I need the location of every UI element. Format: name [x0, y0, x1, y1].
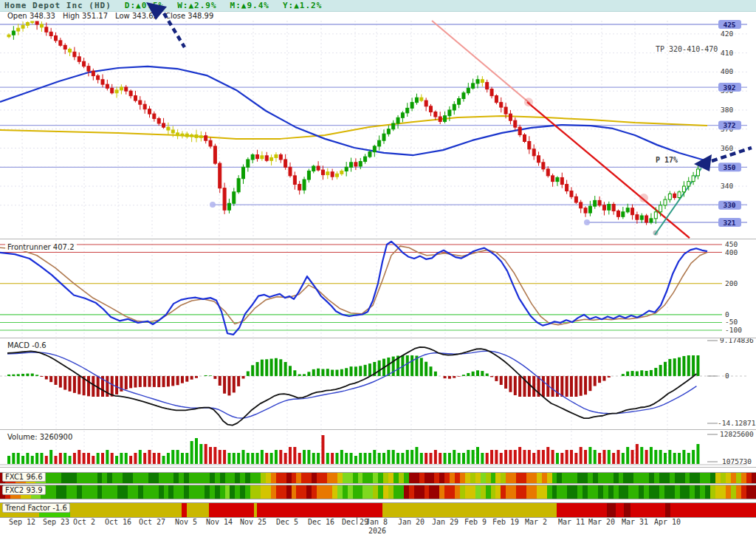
- panel-separator: [0, 467, 756, 468]
- date-tick-label: Oct 27: [139, 518, 165, 526]
- date-tick-label: Mar 2: [525, 518, 547, 526]
- svg-text:200: 200: [725, 279, 738, 287]
- ohlc-item: Close 348.99: [165, 12, 213, 20]
- frontrunner-chart[interactable]: 4504002000-50-100: [0, 239, 756, 338]
- price-chart[interactable]: 4204104003903803703603404253923723503303…: [0, 20, 756, 239]
- ohlc-item: Low 343.62: [115, 12, 158, 20]
- date-tick-label: Dec 5: [276, 518, 298, 526]
- fxc1-heatmap[interactable]: [0, 472, 756, 484]
- svg-text:410: 410: [721, 49, 733, 57]
- svg-text:372: 372: [723, 121, 735, 129]
- fxc1-label: FXC1 96.6: [2, 472, 46, 482]
- svg-text:0: 0: [725, 310, 729, 318]
- svg-text:1075730: 1075730: [722, 457, 752, 465]
- date-tick-label: Dec 29: [342, 518, 368, 526]
- date-tick-label: Oct 16: [105, 518, 131, 526]
- date-tick-label: Feb 19: [492, 518, 519, 526]
- date-tick-label: Mar 31: [622, 518, 648, 526]
- volume-label: Volume: 3260900: [5, 433, 75, 441]
- svg-text:380: 380: [721, 106, 733, 114]
- macd-label: MACD -0.6: [5, 341, 49, 349]
- volume-chart[interactable]: 128256001075730: [0, 430, 756, 467]
- date-tick-label: Nov 25: [240, 518, 267, 526]
- trend-factor-label: Trend Factor -1.6: [2, 503, 70, 513]
- svg-text:400: 400: [725, 248, 738, 256]
- svg-text:350: 350: [723, 163, 735, 171]
- year-label: 2026: [368, 527, 386, 535]
- date-tick-label: Mar 11: [558, 518, 585, 526]
- trend-factor-bar[interactable]: [0, 502, 756, 518]
- fxc2-label: FXC2 93.9: [2, 485, 46, 495]
- date-axis: 2026 Sep 12Sep 23Oct 2Oct 16Oct 27Nov 5N…: [0, 516, 756, 543]
- pullback-annotation: P 17%: [656, 156, 678, 164]
- svg-text:392: 392: [723, 83, 735, 92]
- svg-text:450: 450: [725, 240, 738, 248]
- date-tick-label: Sep 12: [9, 518, 35, 526]
- svg-text:360: 360: [721, 144, 733, 152]
- symbol-title: Home Depot Inc (HD): [4, 1, 111, 10]
- date-tick-label: Apr 10: [654, 518, 681, 526]
- svg-text:420: 420: [721, 30, 733, 38]
- fxc2-heatmap[interactable]: [0, 485, 756, 499]
- svg-text:425: 425: [723, 21, 735, 29]
- date-tick-label: Nov 14: [206, 518, 233, 526]
- date-tick-label: Jan 29: [432, 518, 458, 526]
- svg-text:9.174836: 9.174836: [720, 338, 754, 344]
- svg-text:0: 0: [725, 372, 729, 380]
- date-tick-label: Dec 16: [308, 518, 334, 526]
- svg-text:400: 400: [721, 67, 733, 75]
- title-bar: Home Depot Inc (HD) D:▲0.5%W:▲2.9%M:▲9.4…: [0, 0, 756, 12]
- svg-text:-100: -100: [725, 326, 742, 334]
- svg-text:330: 330: [723, 201, 735, 209]
- ohlc-item: Open 348.33: [7, 12, 55, 20]
- date-tick-label: Feb 9: [464, 518, 487, 526]
- date-tick-label: Sep 23: [43, 518, 69, 526]
- date-tick-label: Jan 20: [398, 518, 425, 526]
- date-tick-label: Jan 8: [365, 518, 388, 526]
- ohlc-item: High 351.17: [63, 12, 108, 20]
- date-tick-label: Nov 5: [175, 518, 197, 526]
- chart-window: Home Depot Inc (HD) D:▲0.5%W:▲2.9%M:▲9.4…: [0, 0, 756, 543]
- perf-stats: D:▲0.5%W:▲2.9%M:▲9.4%Y:▲1.2%: [111, 1, 322, 10]
- date-tick-label: Mar 20: [588, 518, 615, 526]
- svg-text:-50: -50: [725, 318, 738, 326]
- date-tick-label: Oct 2: [73, 518, 95, 526]
- svg-text:12825600: 12825600: [720, 430, 754, 438]
- svg-text:-14.12871: -14.12871: [718, 419, 756, 427]
- target-price-annotation: TP 320-410-470: [656, 45, 718, 53]
- svg-text:340: 340: [721, 182, 733, 190]
- macd-chart[interactable]: 9.1748360-14.12871: [0, 338, 756, 430]
- frontrunner-label: Frontrunner 407.2: [5, 243, 77, 251]
- svg-text:321: 321: [723, 219, 735, 227]
